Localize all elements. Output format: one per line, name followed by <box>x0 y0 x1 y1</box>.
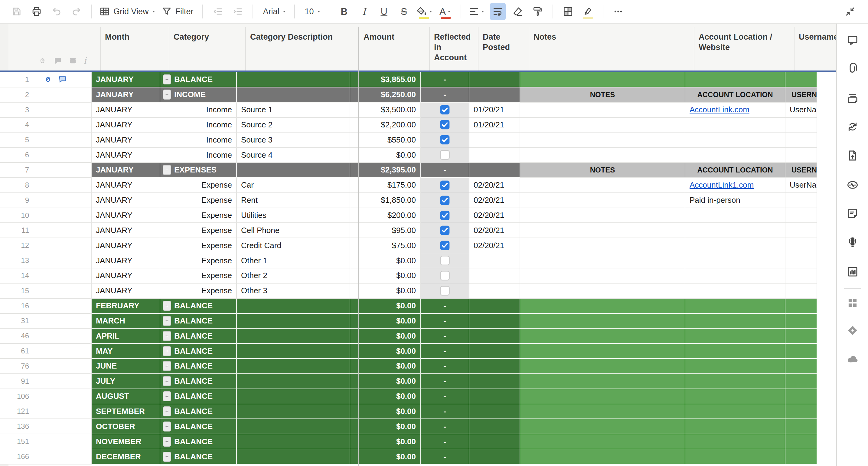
cell-notes[interactable]: NOTES <box>520 163 685 178</box>
toggle-plus-icon[interactable] <box>163 316 171 326</box>
cell-notes[interactable] <box>520 419 685 434</box>
cell-account-location[interactable] <box>685 72 785 87</box>
cell-date-posted[interactable]: 02/20/21 <box>469 193 520 208</box>
cell-date-posted[interactable]: 02/20/21 <box>469 223 520 238</box>
checkbox-checked[interactable] <box>440 180 450 190</box>
cell-amount[interactable]: $2,200.00 <box>350 118 421 133</box>
cell-month[interactable]: JANUARY <box>92 118 160 133</box>
filter-button[interactable]: Filter <box>161 3 195 20</box>
row-number[interactable]: 1 <box>0 72 92 87</box>
sidebar-getting-started-button[interactable] <box>845 234 861 250</box>
cell-notes[interactable] <box>520 148 685 163</box>
cell-date-posted[interactable] <box>469 359 520 374</box>
cell-category-description[interactable]: Credit Card <box>237 238 350 253</box>
fill-color-button[interactable] <box>416 3 434 20</box>
cell-amount[interactable]: $0.00 <box>350 389 421 404</box>
toggle-plus-icon[interactable] <box>163 421 171 432</box>
checkbox-unchecked[interactable] <box>440 150 450 160</box>
cell-reflected-in-account[interactable] <box>421 193 469 208</box>
row-number[interactable]: 10 <box>0 208 92 223</box>
toggle-plus-icon[interactable] <box>163 346 171 356</box>
cell-date-posted[interactable] <box>469 133 520 148</box>
sidebar-charts-button[interactable] <box>845 264 861 280</box>
cell-date-posted[interactable] <box>469 268 520 284</box>
save-button[interactable] <box>9 3 25 20</box>
cell-month[interactable]: JANUARY <box>92 223 160 238</box>
row-number[interactable]: 4 <box>0 118 92 133</box>
cell-notes[interactable] <box>520 118 685 133</box>
more-button[interactable] <box>610 3 626 20</box>
cell-month[interactable]: APRIL <box>92 329 160 344</box>
cell-category-description[interactable] <box>237 359 350 374</box>
cell-account-location[interactable] <box>685 419 785 434</box>
cell-reflected-in-account[interactable]: - <box>421 87 469 103</box>
cell-account-location[interactable] <box>685 208 785 223</box>
cell-month[interactable]: JANUARY <box>92 238 160 253</box>
row-number[interactable]: 12 <box>0 238 92 253</box>
cell-notes[interactable] <box>520 449 685 465</box>
cell-month[interactable]: JANUARY <box>92 163 160 178</box>
cell-username[interactable] <box>785 299 817 314</box>
cell-category-description[interactable] <box>237 299 350 314</box>
checkbox-checked[interactable] <box>440 119 450 130</box>
row-number[interactable]: 106 <box>0 389 92 404</box>
column-header-account-location-website[interactable]: Account Location / Website <box>694 27 794 70</box>
sidebar-summary-button[interactable] <box>845 206 861 222</box>
cell-month[interactable]: JANUARY <box>92 284 160 299</box>
checkbox-checked[interactable] <box>440 240 450 251</box>
cell-category-description[interactable]: Utilities <box>237 208 350 223</box>
cell-notes[interactable] <box>520 434 685 449</box>
cell-month[interactable]: DECEMBER <box>92 449 160 465</box>
highlight-button[interactable] <box>580 3 596 20</box>
cell-reflected-in-account[interactable]: - <box>421 359 469 374</box>
cell-reflected-in-account[interactable]: - <box>421 434 469 449</box>
cell-category[interactable]: Income <box>160 103 237 118</box>
cell-notes[interactable] <box>520 359 685 374</box>
cell-notes[interactable] <box>520 299 685 314</box>
cell-month[interactable]: JANUARY <box>92 253 160 268</box>
toggle-plus-icon[interactable] <box>163 331 171 341</box>
cell-date-posted[interactable] <box>469 419 520 434</box>
cell-username[interactable]: UserName <box>785 178 817 193</box>
cell-amount[interactable]: $1,850.00 <box>350 193 421 208</box>
cell-date-posted[interactable]: 02/20/21 <box>469 208 520 223</box>
cell-notes[interactable] <box>520 404 685 419</box>
checkbox-checked[interactable] <box>440 135 450 145</box>
cell-username[interactable] <box>785 374 817 389</box>
cell-category-description[interactable] <box>237 404 350 419</box>
cell-category[interactable]: INCOME <box>160 87 237 103</box>
cell-reflected-in-account[interactable]: - <box>421 344 469 359</box>
cell-amount[interactable]: $0.00 <box>350 359 421 374</box>
cell-category-description[interactable]: Source 3 <box>237 133 350 148</box>
attachment-icon[interactable] <box>38 56 47 65</box>
cell-category-description[interactable] <box>237 87 350 103</box>
cell-account-location[interactable] <box>685 118 785 133</box>
cell-username[interactable]: UserName <box>785 103 817 118</box>
row-number[interactable]: 8 <box>0 178 92 193</box>
toggle-plus-icon[interactable] <box>163 391 171 401</box>
cell-reflected-in-account[interactable]: - <box>421 163 469 178</box>
cell-category[interactable]: Expense <box>160 208 237 223</box>
cell-month[interactable]: JANUARY <box>92 72 160 87</box>
box-icon[interactable] <box>68 56 78 65</box>
row-number[interactable]: 13 <box>0 253 92 268</box>
cell-notes[interactable] <box>520 103 685 118</box>
cell-username[interactable] <box>785 118 817 133</box>
cell-username[interactable] <box>785 148 817 163</box>
column-header-date-posted[interactable]: Date Posted <box>478 27 529 70</box>
cell-username[interactable] <box>785 253 817 268</box>
cell-amount[interactable]: $95.00 <box>350 223 421 238</box>
frozen-column-divider[interactable] <box>358 27 359 466</box>
column-header-amount[interactable]: Amount <box>359 27 429 70</box>
checkbox-unchecked[interactable] <box>440 286 450 296</box>
cell-amount[interactable]: $75.00 <box>350 238 421 253</box>
cell-account-location[interactable]: ACCOUNT LOCATION <box>685 163 785 178</box>
cell-reflected-in-account[interactable] <box>421 268 469 284</box>
cell-date-posted[interactable] <box>469 284 520 299</box>
account-link[interactable]: AccountLink.com <box>689 105 749 114</box>
cell-category-description[interactable]: Other 2 <box>237 268 350 284</box>
cell-notes[interactable] <box>520 178 685 193</box>
checkbox-checked[interactable] <box>440 105 450 115</box>
cell-amount[interactable]: $0.00 <box>350 344 421 359</box>
cell-category-description[interactable] <box>237 163 350 178</box>
